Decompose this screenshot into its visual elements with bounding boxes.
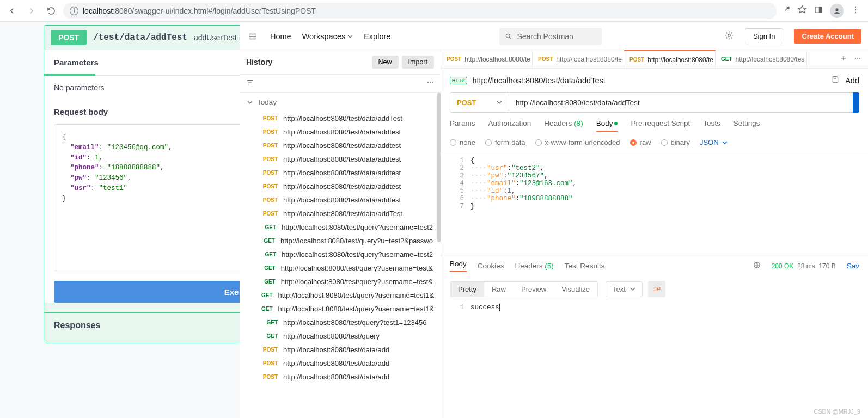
view-raw[interactable]: Raw: [484, 282, 514, 297]
scrollbar[interactable]: [437, 93, 441, 242]
filter-icon[interactable]: [246, 78, 254, 88]
history-item[interactable]: POSThttp://localhost:8080/test/data/addt…: [240, 125, 441, 139]
nav-workspaces[interactable]: Workspaces: [302, 32, 353, 41]
add-label[interactable]: Add: [845, 76, 859, 85]
history-item[interactable]: GEThttp://localhost:8080/test/query?u=te…: [240, 234, 441, 248]
body-xform[interactable]: x-www-form-urlencoded: [535, 138, 620, 146]
request-tab[interactable]: POSThttp://localhost:8080/te: [533, 50, 624, 68]
history-item-url: http://localhost:8080/test/query?usernam…: [281, 264, 433, 272]
history-item-method: GET: [261, 279, 276, 285]
kebab-icon[interactable]: [851, 5, 860, 17]
history-item[interactable]: GEThttp://localhost:8080/test/query?user…: [240, 220, 441, 234]
site-info-icon[interactable]: i: [70, 7, 78, 15]
import-button[interactable]: Import: [402, 56, 434, 69]
history-item[interactable]: POSThttp://localhost:8080/test/data/add: [240, 356, 441, 370]
response-view-toggle[interactable]: Pretty Raw Preview Visualize: [450, 281, 598, 297]
resp-tab-tests[interactable]: Test Results: [565, 262, 605, 270]
history-item[interactable]: POSThttp://localhost:8080/test/data/add: [240, 343, 441, 356]
nav-explore[interactable]: Explore: [364, 32, 390, 41]
request-tab[interactable]: POSThttp://localhost:8080/te: [624, 50, 716, 68]
history-item[interactable]: GEThttp://localhost:8080/test/query?user…: [240, 288, 441, 302]
save-icon[interactable]: [831, 75, 840, 85]
view-pretty[interactable]: Pretty: [450, 282, 484, 297]
search-input[interactable]: Search Postman: [499, 28, 602, 45]
line-number: 2: [441, 164, 470, 172]
create-account-button[interactable]: Create Account: [794, 29, 861, 44]
tab-params[interactable]: Params: [450, 119, 475, 132]
history-item[interactable]: POSThttp://localhost:8080/test/data/addt…: [240, 193, 441, 207]
resp-tab-headers[interactable]: Headers (5): [515, 262, 554, 270]
wrap-lines-button[interactable]: [648, 281, 665, 297]
new-button[interactable]: New: [372, 56, 399, 69]
more-icon[interactable]: [426, 78, 434, 88]
history-group-today[interactable]: Today: [240, 93, 441, 112]
body-none[interactable]: none: [450, 138, 475, 146]
history-item[interactable]: POSThttp://localhost:8080/test/data/add: [240, 370, 441, 384]
history-item-url: http://localhost:8080/test/data/add: [283, 359, 389, 367]
history-item-method: GET: [261, 292, 273, 298]
url-input[interactable]: [509, 92, 853, 113]
history-item[interactable]: POSThttp://localhost:8080/test/data/addt…: [240, 152, 441, 166]
history-header: History New Import: [240, 50, 441, 74]
response-body[interactable]: 1success: [441, 300, 868, 315]
body-raw[interactable]: raw: [630, 138, 651, 146]
svg-point-12: [857, 58, 858, 59]
tab-add-button[interactable]: [840, 54, 847, 64]
history-item[interactable]: GEThttp://localhost:8080/test/query?user…: [240, 261, 441, 275]
body-editor[interactable]: 1{2····"usr":"test2",3····"pw":"1234567"…: [441, 153, 868, 254]
send-button[interactable]: [853, 92, 859, 113]
history-item-url: http://localhost:8080/test/query?usernam…: [278, 305, 435, 313]
tab-tests[interactable]: Tests: [703, 119, 720, 132]
request-tab[interactable]: POSThttp://localhost:8080/te: [441, 50, 533, 68]
history-item[interactable]: GEThttp://localhost:8080/test/query?user…: [240, 275, 441, 288]
share-icon[interactable]: [781, 5, 791, 17]
resp-tab-cookies[interactable]: Cookies: [478, 262, 504, 270]
view-visualize[interactable]: Visualize: [554, 282, 597, 297]
signin-button[interactable]: Sign In: [745, 28, 783, 44]
body-language-dropdown[interactable]: JSON: [700, 138, 728, 146]
history-item[interactable]: POSThttp://localhost:8080/test/data/addT…: [240, 112, 441, 125]
history-item[interactable]: GEThttp://localhost:8080/test/query?test…: [240, 316, 441, 329]
history-item[interactable]: GEThttp://localhost:8080/test/query?user…: [240, 248, 441, 261]
view-preview[interactable]: Preview: [514, 282, 554, 297]
address-bar[interactable]: i localhost:8080/swagger-ui/index.html#/…: [63, 3, 777, 19]
history-item[interactable]: POSThttp://localhost:8080/test/data/addT…: [240, 207, 441, 220]
tab-body[interactable]: Body: [596, 119, 618, 132]
request-subtabs: Params Authorization Headers (8) Body Pr…: [441, 113, 868, 132]
tab-more-icon[interactable]: [854, 54, 861, 64]
profile-icon[interactable]: [830, 4, 844, 18]
history-item[interactable]: GEThttp://localhost:8080/test/query?user…: [240, 302, 441, 316]
history-item-url: http://localhost:8080/test/data/addTest: [283, 114, 402, 122]
svg-point-4: [855, 9, 856, 10]
history-list[interactable]: Today POSThttp://localhost:8080/test/dat…: [240, 93, 441, 418]
tab-settings[interactable]: Settings: [733, 119, 760, 132]
response-format-dropdown[interactable]: Text: [606, 281, 643, 297]
tabs-actions: [807, 50, 868, 68]
panel-icon[interactable]: [814, 5, 823, 17]
history-filter-bar: [240, 74, 441, 93]
search-icon: [505, 33, 512, 40]
history-item[interactable]: GEThttp://localhost:8080/test/query: [240, 329, 441, 343]
line-number: 7: [441, 202, 470, 210]
hamburger-icon[interactable]: [246, 30, 259, 43]
history-item[interactable]: POSThttp://localhost:8080/test/data/addt…: [240, 166, 441, 180]
reload-button[interactable]: [44, 3, 59, 19]
tab-prescript[interactable]: Pre-request Script: [631, 119, 690, 132]
tab-auth[interactable]: Authorization: [488, 119, 531, 132]
chevron-down-icon: [497, 100, 502, 105]
body-binary[interactable]: binary: [661, 138, 690, 146]
save-response-button[interactable]: Sav: [847, 262, 859, 270]
resp-tab-body[interactable]: Body: [450, 260, 467, 272]
nav-home[interactable]: Home: [270, 32, 291, 41]
gear-icon[interactable]: [724, 30, 734, 42]
history-item[interactable]: POSThttp://localhost:8080/test/data/addt…: [240, 180, 441, 193]
back-button[interactable]: [4, 3, 20, 19]
body-formdata[interactable]: form-data: [485, 138, 525, 146]
bookmark-icon[interactable]: [797, 5, 807, 17]
forward-button[interactable]: [24, 3, 39, 19]
tab-headers[interactable]: Headers (8): [544, 119, 583, 132]
history-item[interactable]: POSThttp://localhost:8080/test/data/addt…: [240, 139, 441, 152]
request-tab[interactable]: GEThttp://localhost:8080/tes: [716, 50, 807, 68]
method-dropdown[interactable]: POST: [450, 92, 509, 113]
globe-icon[interactable]: [753, 261, 761, 271]
